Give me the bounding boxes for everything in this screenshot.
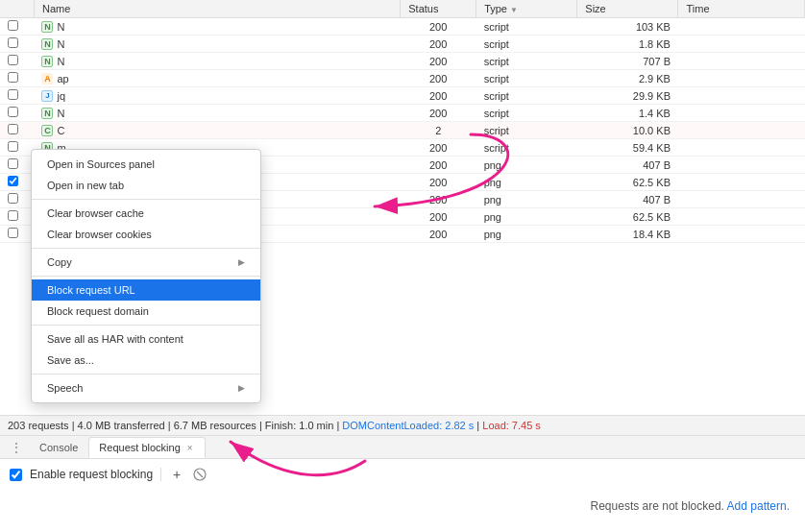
menu-open-sources[interactable]: Open in Sources panel [32,154,260,175]
menu-sep-5 [32,374,260,375]
menu-save-har[interactable]: Save all as HAR with content [32,328,260,350]
menu-sep-3 [32,276,260,277]
menu-speech[interactable]: Speech ▶ [32,377,260,399]
menu-save-as[interactable]: Save as... [32,350,260,371]
menu-clear-cache[interactable]: Clear browser cache [32,203,260,224]
menu-speech-label: Speech [47,382,83,394]
menu-copy-label: Copy [47,256,72,268]
menu-sep-2 [32,248,260,249]
menu-clear-cookies[interactable]: Clear browser cookies [32,224,260,245]
menu-open-tab[interactable]: Open in new tab [32,175,260,196]
menu-block-url[interactable]: Block request URL [32,279,260,301]
menu-copy[interactable]: Copy ▶ [32,252,260,273]
menu-copy-arrow: ▶ [238,257,245,267]
menu-speech-arrow: ▶ [238,383,245,393]
context-menu: Open in Sources panel Open in new tab Cl… [31,149,261,403]
menu-sep-4 [32,325,260,326]
menu-block-domain[interactable]: Block request domain [32,301,260,322]
menu-sep-1 [32,199,260,200]
context-menu-overlay[interactable]: Open in Sources panel Open in new tab Cl… [0,0,805,532]
